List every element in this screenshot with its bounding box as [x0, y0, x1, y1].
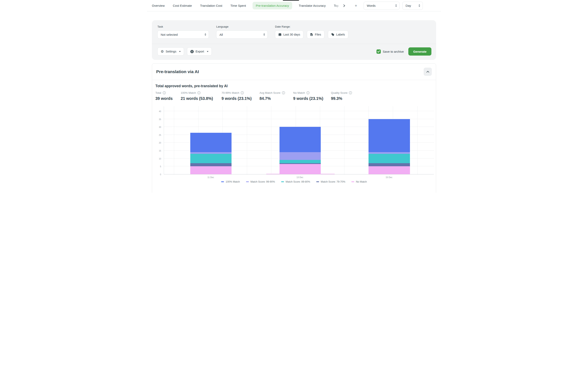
info-icon[interactable]: [197, 91, 201, 94]
add-tab-button[interactable]: +: [355, 3, 357, 8]
tab-top[interactable]: Top: [334, 4, 340, 7]
date-range-value: Last 30 days: [283, 33, 300, 36]
info-icon[interactable]: [282, 91, 285, 94]
stat-quality-score: Quality Score99.3%: [331, 91, 352, 101]
y-axis-tick-label: 35: [152, 118, 161, 121]
legend-marker-icon: [351, 181, 354, 182]
info-icon[interactable]: [349, 91, 352, 94]
filters-panel: Task Not selected Language All Date Rang…: [152, 20, 436, 60]
legend-item-match-score-89-80-[interactable]: Match Score: 89-80%: [281, 180, 310, 183]
chevron-right-icon: [343, 4, 346, 7]
plus-icon: +: [355, 3, 357, 8]
language-filter: Language All: [216, 25, 268, 39]
x-gridline: [344, 107, 344, 174]
chart-section-title: Total approved words, pre-translated by …: [155, 84, 433, 88]
bar-segment: [190, 166, 231, 174]
period-select[interactable]: Day: [402, 2, 423, 10]
labels-button-label: Labels: [336, 33, 345, 36]
x-gridline: [247, 107, 247, 174]
chevron-up-icon: [426, 71, 429, 73]
report-card: Pre-translation via AI Total approved wo…: [152, 63, 436, 192]
bar-11-dec[interactable]: [190, 106, 231, 174]
bar-segment: [369, 154, 410, 163]
select-arrows-icon: [263, 33, 265, 36]
caret-down-icon: [207, 51, 209, 52]
y-axis-tick-label: 10: [152, 158, 161, 160]
bar-segment: [279, 152, 321, 160]
legend-label: 100% Match: [226, 180, 240, 183]
date-range-button[interactable]: Last 30 days: [275, 30, 303, 39]
tabs-overflow-button[interactable]: [343, 4, 346, 7]
x-axis-tick-label: 15 Dec: [386, 176, 392, 178]
bar-15-dec[interactable]: [369, 106, 410, 174]
stat-avg-match-score: Avg Match Score84.7%: [259, 91, 293, 101]
chart-area: 100% MatchMatch Score: 99-90%Match Score…: [152, 107, 436, 188]
y-axis-tick-label: 15: [152, 150, 161, 152]
legend-item-match-score-79-70-[interactable]: Match Score: 79-70%: [316, 180, 345, 183]
legend-marker-icon: [316, 181, 319, 182]
generate-button[interactable]: Generate: [408, 47, 431, 56]
stat-label: Quality Score: [331, 91, 352, 94]
tab-translator-accuracy[interactable]: Translator Accuracy: [299, 4, 326, 7]
legend-item-match-score-99-90-[interactable]: Match Score: 99-90%: [246, 180, 275, 183]
save-to-archive-checkbox[interactable]: Save to archive: [377, 49, 404, 54]
bar-segment: [369, 152, 410, 154]
date-range-filter: Date Range: Last 30 days: [275, 25, 348, 39]
info-icon[interactable]: [306, 91, 310, 94]
stat-value: 84.7%: [259, 96, 293, 101]
tab-time-spent[interactable]: Time Spent: [231, 4, 246, 7]
export-button[interactable]: Export: [187, 47, 212, 56]
bar-segment: [190, 133, 231, 152]
legend-label: No Match: [356, 180, 367, 183]
y-axis-tick-label: 25: [152, 134, 161, 136]
language-select-value: All: [219, 33, 223, 36]
select-arrows-icon: [419, 4, 420, 7]
legend-item-no-match[interactable]: No Match: [351, 180, 367, 183]
y-axis-tick-label: 40: [152, 110, 161, 112]
legend-label: Match Score: 99-90%: [251, 180, 275, 183]
download-icon: [190, 50, 194, 53]
legend-item-100-match[interactable]: 100% Match: [221, 180, 240, 183]
bar-segment: [190, 163, 231, 166]
stat-label: Avg Match Score: [259, 91, 293, 94]
settings-button[interactable]: ⚙ Settings: [157, 47, 184, 56]
filters-divider: [152, 44, 436, 44]
legend-label: Match Score: 89-80%: [286, 180, 310, 183]
bar-13-dec[interactable]: [279, 106, 321, 174]
stat-70-99-match: 70-99% Match9 words (23.1%): [222, 91, 259, 101]
tag-icon: [331, 33, 335, 36]
labels-button[interactable]: Labels: [328, 30, 348, 39]
stat-value: 99.3%: [331, 96, 352, 101]
bar-segment: [279, 160, 321, 163]
x-gridline: [271, 107, 271, 174]
stat-no-match: No Match9 words (23.1%): [293, 91, 331, 101]
stat-100-match: 100% Match21 words (53.8%): [181, 91, 222, 101]
info-icon[interactable]: [241, 91, 244, 94]
legend-label: Match Score: 79-70%: [321, 180, 345, 183]
files-button[interactable]: Files: [307, 30, 324, 39]
stat-value: 9 words (23.1%): [222, 96, 259, 101]
tab-translation-cost[interactable]: Translation Cost: [200, 4, 222, 7]
bar-segment: [369, 119, 410, 152]
collapse-section-button[interactable]: [424, 68, 432, 76]
calendar-icon: [278, 33, 282, 36]
file-icon: [310, 33, 313, 36]
tab-overview[interactable]: Overview: [152, 4, 165, 7]
task-select[interactable]: Not selected: [157, 30, 209, 39]
period-select-value: Day: [406, 4, 411, 7]
y-axis-tick-label: 0: [152, 173, 161, 176]
bar-segment: [279, 164, 321, 174]
caret-down-icon: [179, 51, 181, 52]
language-select[interactable]: All: [216, 30, 268, 39]
stat-label: No Match: [293, 91, 331, 94]
info-icon[interactable]: [163, 91, 166, 94]
tab-pre-translation-accuracy[interactable]: Pre-translation Accuracy: [252, 2, 292, 9]
settings-button-label: Settings: [166, 50, 176, 53]
x-gridline: [174, 107, 174, 174]
bar-segment: [369, 166, 410, 174]
bar-segment: [279, 163, 321, 164]
stats-row: Total39 words100% Match21 words (53.8%)7…: [152, 88, 436, 101]
unit-select[interactable]: Words: [364, 2, 399, 10]
stat-value: 39 words: [155, 96, 181, 101]
tab-cost-estimate[interactable]: Cost Estimate: [173, 4, 192, 7]
